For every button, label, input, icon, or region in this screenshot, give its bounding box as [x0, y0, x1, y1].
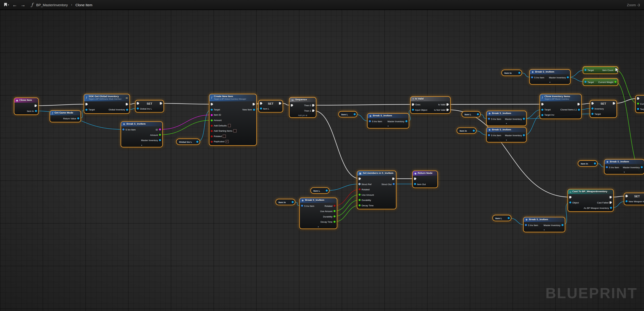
pin-item-id[interactable]: Item ID [210, 114, 221, 116]
pin-master-inventory[interactable]: Master Inventory [505, 117, 525, 120]
node-sequence[interactable]: ≫SequenceThen 0Then 1Add pin ⊕ [290, 98, 316, 117]
breadcrumb-leaf[interactable]: Clone Item [76, 3, 92, 7]
node-clone-inventory-items[interactable]: ƒClone Inventory ItemsTarget is BP Maste… [540, 94, 581, 118]
pin-decay-time[interactable]: Decay Time [358, 204, 374, 207]
default-value-checkbox[interactable] [228, 124, 231, 127]
node-footer[interactable]: ▴ [121, 144, 162, 147]
node-footer[interactable]: ▴ [300, 225, 337, 228]
node-footer[interactable]: Add pin ⊕ [290, 114, 316, 117]
node-item-in-2[interactable]: Item In [502, 70, 522, 75]
pin-value[interactable] [326, 189, 328, 192]
node-get-game-mode[interactable]: ƒGet Game ModeReturn Value [50, 111, 80, 122]
node-set-inventory[interactable]: SETInventoryTarget [590, 100, 616, 117]
pin-item-count[interactable]: Item Count [602, 69, 616, 71]
pin-item-out[interactable]: Item Out [414, 183, 426, 185]
pin-global-inv-l[interactable]: Global Inv L [137, 107, 152, 110]
pin-value[interactable] [354, 113, 356, 115]
pin-exec[interactable] [291, 104, 293, 106]
pin-use-amount[interactable]: Use Amount [320, 210, 336, 212]
pin-exec[interactable] [414, 178, 416, 180]
pin-master-inventory[interactable]: Master Inventory [505, 134, 525, 137]
pin-decay-time[interactable]: Decay Time [320, 221, 336, 223]
pin-target[interactable]: Target [210, 108, 220, 111]
pin-amount[interactable]: Amount [150, 133, 161, 136]
default-value-checkbox[interactable] [223, 135, 226, 138]
pin-value[interactable] [594, 163, 596, 165]
default-value-checkbox[interactable] [234, 129, 236, 132]
pin-replicated[interactable]: Replicated✓ [210, 140, 228, 143]
node-set-members[interactable]: ▣Set members in S_InvItemStruct RefStruc… [357, 171, 396, 209]
pin-cloned-items-l1[interactable]: Cloned Items L1 [560, 108, 580, 111]
pin-cast-failed[interactable]: Cast Failed [597, 201, 612, 204]
pin-value[interactable] [508, 217, 510, 219]
node-break1[interactable]: ❖Break S_InvItemS Inv ItemIDAmountMaster… [121, 122, 162, 147]
pin-id[interactable]: ID [156, 128, 161, 131]
pin-exec[interactable] [86, 103, 88, 105]
pin-target[interactable]: Target [584, 81, 594, 83]
node-item-l-2[interactable]: Item L [462, 112, 480, 117]
pin-s-inv-item[interactable]: S Inv Item [525, 224, 538, 226]
pin-then-0[interactable]: Then 0 [304, 104, 314, 106]
back-button[interactable]: ← [12, 2, 17, 7]
node-clone-item[interactable]: ◆Clone ItemItem In [14, 98, 38, 114]
node-cast-weapon[interactable]: »Cast To BP_WeaponInventoryObjectCast Fa… [568, 189, 613, 211]
pin-rotated[interactable]: Rotated [210, 135, 226, 138]
pin-use-amount[interactable]: Use Amount [358, 193, 374, 196]
pin-exec[interactable] [569, 196, 572, 198]
pin-item-l[interactable]: Item L [260, 107, 269, 110]
pin-s-inv-item[interactable]: S Inv Item [606, 166, 619, 168]
node-set-right[interactable]: SETCurrent WeightTarget [636, 96, 644, 112]
node-create-new-item[interactable]: ƒCreate New ItemTarget is BP Global Inve… [210, 94, 256, 145]
pin-exec[interactable] [542, 103, 544, 105]
node-break6[interactable]: ❖Break S_InvItemS Inv ItemRotatedUse Amo… [300, 198, 337, 228]
pin-struct-out[interactable]: Struct Out [382, 183, 395, 185]
pin-add-starting-items[interactable]: Add Starting Items [210, 129, 236, 132]
pin-exec[interactable] [253, 103, 255, 105]
pin-target[interactable]: Target [86, 108, 95, 111]
node-break5[interactable]: ❖Break S_InvItemS Inv ItemMaster Invento… [530, 70, 570, 84]
node-item-l-3[interactable]: Item L [311, 188, 329, 193]
pin-object[interactable]: Object [569, 201, 579, 204]
pin-exec[interactable] [392, 178, 395, 180]
pin-exec[interactable] [210, 103, 213, 105]
pin-exec[interactable]: Exec [412, 103, 420, 106]
pin-master-inventory[interactable]: Master Inventory [388, 120, 408, 123]
pin-exec[interactable] [126, 103, 128, 105]
pin-global-inventory[interactable]: Global Inventory [109, 108, 128, 111]
pin-amount[interactable]: Amount [210, 119, 222, 122]
pin-exec[interactable] [610, 196, 612, 198]
pin-master-inventory[interactable]: Master Inventory [549, 76, 569, 78]
node-get-item-count[interactable]: TargetItem Count [583, 67, 618, 73]
node-break8[interactable]: ❖Break S_InvItemS Inv ItemMaster Invento… [524, 217, 565, 232]
pin-then-1[interactable]: Then 1 [304, 109, 314, 112]
node-footer[interactable]: ▾ [604, 171, 644, 174]
pin-target[interactable]: Target [637, 108, 644, 110]
pin-return-value[interactable]: Return Value [63, 117, 79, 120]
pin-value[interactable] [196, 141, 198, 143]
node-footer[interactable]: ▾ [530, 81, 570, 84]
pin-target-inv[interactable]: Target Inv [542, 114, 554, 116]
pin-master-inventory[interactable]: Master Inventory [544, 224, 564, 226]
pin-s-inv-item[interactable]: S Inv Item [301, 205, 314, 207]
pin-target[interactable]: Target [542, 108, 551, 111]
pin-s-inv-item[interactable]: S Inv Item [122, 128, 136, 131]
node-item-in-1[interactable]: Item In [457, 128, 476, 133]
pin-master-inventory[interactable]: Master Inventory [623, 166, 643, 168]
breadcrumb-root[interactable]: BP_MasterInventory [36, 3, 68, 7]
pin-s-inv-item[interactable]: S Inv Item [488, 134, 501, 137]
node-item-l-4[interactable]: Item L [493, 215, 511, 221]
node-item-in-4[interactable]: Item In [578, 161, 597, 166]
pin-value[interactable] [292, 201, 294, 203]
pin-new-weapon-inv[interactable]: New Weapon Inv [626, 200, 644, 202]
node-item-l-1[interactable]: Item L [339, 112, 357, 117]
pin-s-inv-item[interactable]: S Inv Item [488, 117, 501, 120]
bookmark-button[interactable]: ▾ [4, 3, 9, 6]
pin-is-not-valid[interactable]: Is Not Valid [434, 109, 449, 111]
pin-value[interactable] [473, 130, 475, 132]
pin-durability[interactable]: Durability [358, 199, 371, 201]
pin-add-defaults[interactable]: Add Defaults [210, 124, 231, 127]
pin-exec[interactable] [34, 104, 37, 107]
node-footer[interactable]: ▾ [524, 229, 565, 232]
node-item-in-3[interactable]: Item In [276, 199, 295, 205]
node-set-global-inv-l[interactable]: SETGlobal Inv L [136, 100, 163, 112]
